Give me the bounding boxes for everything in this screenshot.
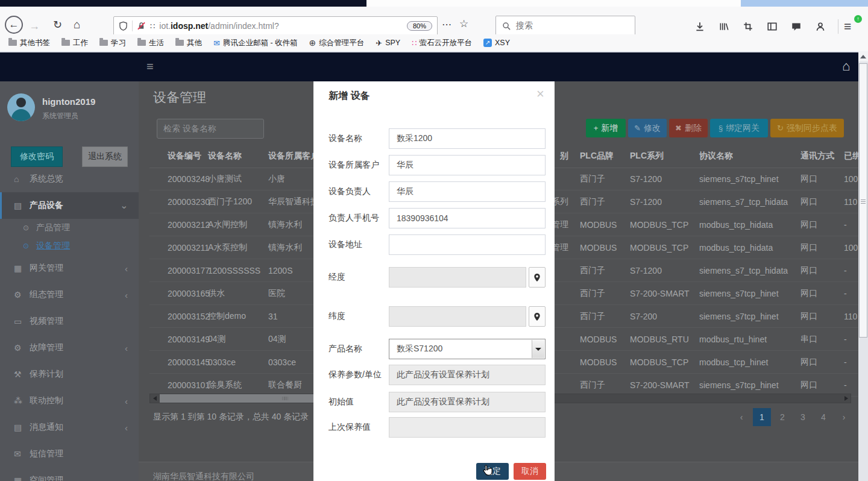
field-label: 设备地址 (329, 239, 362, 250)
browser-search-input[interactable]: 搜索 (495, 16, 635, 36)
sidebar-item-label: 保养计划 (30, 369, 63, 380)
pagination-next[interactable]: › (835, 408, 853, 426)
bookmark-item[interactable]: 其他 (175, 38, 202, 48)
cell-device-name: 控制demo (208, 311, 246, 322)
edit-button[interactable]: ✎修改 (628, 119, 667, 137)
vertical-scrollbar[interactable] (858, 51, 868, 481)
sidebar-collapse-icon[interactable]: ≡ (146, 60, 154, 74)
zoom-badge[interactable]: 80% (407, 21, 432, 31)
folder-icon (175, 40, 184, 46)
change-password-button[interactable]: 修改密码 (11, 146, 63, 167)
bookmark-star-button[interactable]: ☆ (459, 19, 468, 29)
sidebar-item[interactable]: ▤产品设备⌄ (0, 192, 139, 219)
cell-device-no: 200003152 (168, 312, 210, 321)
account-icon[interactable] (815, 21, 826, 32)
select-dropdown-button[interactable] (532, 340, 544, 358)
sidebar-item[interactable]: ⚙故障管理‹ (0, 335, 139, 361)
message-bubble-icon[interactable] (791, 21, 802, 32)
sidebar-item[interactable]: ▦网关管理‹ (0, 255, 139, 281)
last-maint-input (389, 417, 546, 438)
add-button[interactable]: +新增 (586, 119, 626, 137)
overflow-icon: ⋯ (442, 19, 452, 30)
modal-title: 新增 设备 (329, 90, 370, 102)
app-home-icon[interactable]: ⌂ (842, 58, 850, 74)
del-button[interactable]: ✖删除 (669, 119, 708, 137)
bookmark-item[interactable]: ✉腾讯企业邮箱 - 收件箱 (213, 38, 298, 48)
close-icon[interactable]: × (536, 86, 544, 102)
app-navbar: ≡ ⌂ (0, 51, 868, 81)
library-icon[interactable] (719, 21, 729, 32)
owner-input[interactable]: 华辰 (389, 181, 546, 202)
sidebar-item[interactable]: ▭视频管理 (0, 308, 139, 335)
sidebar-item[interactable]: ⚒保养计划 (0, 361, 139, 388)
sidebar-subitem[interactable]: ⊙设备管理 (0, 237, 139, 255)
col-customer: 设备所属客户 (268, 151, 319, 162)
address-input[interactable] (389, 234, 546, 255)
device-search-input[interactable]: 检索 设备名称 (157, 119, 264, 139)
desktop-icon: ▭ (14, 316, 30, 326)
scroll-right-icon[interactable] (841, 394, 851, 403)
bookmark-item[interactable]: ∷萤石云开放平台 (412, 38, 472, 48)
home-button[interactable]: ⌂ (74, 19, 80, 30)
field-label: 设备所属客户 (329, 160, 379, 171)
back-button[interactable]: ← (5, 16, 23, 34)
bind-button[interactable]: §绑定网关 (710, 119, 768, 137)
link-icon: § (719, 124, 723, 133)
sidebar-item[interactable]: ⁂联动控制‹ (0, 388, 139, 414)
cell-device-name: 除臭系统 (208, 380, 242, 391)
bookmark-item[interactable]: 工作 (61, 38, 88, 48)
screenshot-crop-icon[interactable] (743, 21, 753, 32)
sidebar-item[interactable]: ✉短信管理 (0, 441, 139, 467)
logout-button[interactable]: 退出系统 (82, 146, 128, 167)
cell-comm-type: 网口 (800, 219, 817, 230)
device-search-placeholder: 检索 设备名称 (163, 124, 216, 134)
sidebar-item[interactable]: ▦空间管理 (0, 467, 139, 481)
pagination-page[interactable]: 3 (794, 408, 812, 426)
bookmark-item[interactable]: 生活 (137, 38, 164, 48)
bookmark-item[interactable]: 学习 (99, 38, 126, 48)
bookmark-label: SPY (385, 39, 400, 47)
bookmark-item[interactable]: ⊕综合管理平台 (309, 38, 365, 48)
bookmark-label: 综合管理平台 (319, 38, 364, 48)
pagination-prev[interactable]: ‹ (732, 408, 750, 426)
sync-icon: ↻ (777, 124, 784, 133)
latitude-map-button[interactable] (529, 306, 546, 327)
sidebar-item[interactable]: ⌂系统总览 (0, 166, 139, 192)
bookmark-label: XSY (495, 39, 510, 47)
cell-protocol: modbus_rtu_hinet (699, 335, 767, 344)
bookmark-item[interactable]: ✈SPY (376, 39, 400, 48)
sidebar-subitem[interactable]: ⊙产品管理 (0, 219, 139, 237)
reload-button[interactable]: ↻ (53, 19, 62, 30)
pagination-page[interactable]: 4 (814, 408, 832, 426)
customer-input[interactable]: 华辰 (389, 155, 546, 175)
sidebar-item-label: 系统总览 (30, 174, 63, 184)
scroll-left-icon[interactable] (150, 394, 159, 403)
sidebar-item[interactable]: ⚙组态管理‹ (0, 281, 139, 308)
url-prefix: iot. (159, 21, 171, 31)
dot-circle-icon: ⊙ (23, 242, 36, 250)
downloads-icon[interactable] (694, 21, 705, 32)
sidebar-toggle-icon[interactable] (767, 21, 778, 32)
cancel-button[interactable]: 取消 (514, 463, 546, 480)
bookmark-item[interactable]: ↗XSY (483, 39, 510, 47)
phone-input[interactable]: 18390936104 (389, 208, 546, 228)
app-menu-button[interactable]: ≡ (844, 19, 851, 34)
product-select[interactable]: 数采S71200 (389, 339, 546, 359)
url-bar[interactable]: ∷ iot.idosp.net/admin/index.html? 80% (113, 16, 438, 36)
sync-button[interactable]: ↻强制同步点表 (770, 119, 844, 137)
cell-comm-type: 网口 (800, 242, 817, 253)
cell-plc-brand: MODBUS (580, 357, 617, 367)
overflow-button[interactable]: ⋯ (442, 20, 452, 30)
device-name-input[interactable]: 数采1200 (389, 128, 546, 149)
sidebar-item-label: 网关管理 (30, 263, 63, 274)
vertical-scrollbar-thumb[interactable] (859, 63, 867, 338)
forward-button[interactable]: → (29, 20, 40, 31)
longitude-map-button[interactable] (529, 267, 546, 288)
pagination-page[interactable]: 1 (753, 408, 771, 426)
cell-device-no: 200003145 (168, 357, 210, 367)
cell-protocol: siemens_s7_tcp_hidata (699, 197, 788, 207)
bookmark-item[interactable]: 其他书签 (8, 38, 50, 48)
scroll-up-icon[interactable] (858, 51, 868, 61)
pagination-page[interactable]: 2 (773, 408, 791, 426)
sidebar-item[interactable]: ▤消息通知‹ (0, 414, 139, 441)
